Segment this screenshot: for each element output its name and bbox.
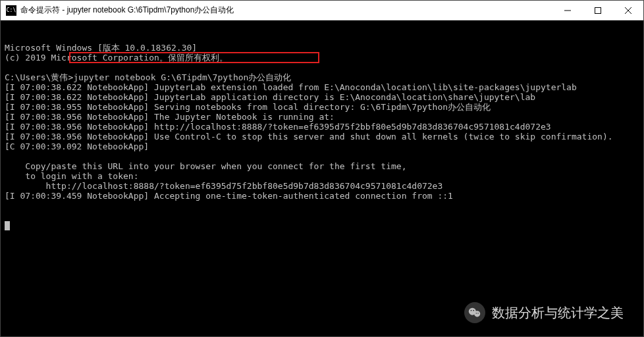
window-controls <box>552 1 643 20</box>
terminal-line: [I 07:00:38.956 NotebookApp] http://loca… <box>5 122 639 132</box>
terminal-line: C:\Users\黄伟>jupyter notebook G:\6Tipdm\7… <box>5 72 639 82</box>
cursor-line <box>5 220 639 230</box>
terminal-line: [I 07:00:39.459 NotebookApp] Accepting o… <box>5 191 639 201</box>
maximize-icon <box>595 7 601 14</box>
window-title: 命令提示符 - jupyter notebook G:\6Tipdm\7pyth… <box>20 5 552 16</box>
maximize-button[interactable] <box>583 1 613 20</box>
minimize-icon <box>564 7 571 14</box>
terminal-line <box>5 151 639 161</box>
app-icon-text: C:\ <box>7 7 16 13</box>
minimize-button[interactable] <box>552 1 583 20</box>
watermark: 数据分析与统计学之美 <box>464 302 624 323</box>
app-icon: C:\ <box>6 5 16 16</box>
svg-point-7 <box>473 310 474 311</box>
cursor <box>5 221 10 230</box>
titlebar[interactable]: C:\ 命令提示符 - jupyter notebook G:\6Tipdm\7… <box>1 1 643 20</box>
terminal-line: [I 07:00:38.955 NotebookApp] Serving not… <box>5 102 639 112</box>
terminal-line: [I 07:00:38.956 NotebookApp] Use Control… <box>5 132 639 142</box>
svg-rect-1 <box>595 7 601 13</box>
svg-point-9 <box>477 313 478 313</box>
terminal-line <box>5 63 639 72</box>
watermark-text: 数据分析与统计学之美 <box>492 308 624 318</box>
terminal-line: Copy/paste this URL into your browser wh… <box>5 161 639 171</box>
svg-point-5 <box>474 311 480 317</box>
svg-point-8 <box>476 313 477 313</box>
terminal-line: Microsoft Windows [版本 10.0.18362.30] <box>5 43 639 53</box>
terminal-line: to login with a token: <box>5 171 639 181</box>
terminal-line: [I 07:00:38.956 NotebookApp] The Jupyter… <box>5 112 639 122</box>
close-icon <box>625 7 631 14</box>
svg-point-6 <box>471 310 472 311</box>
terminal-area[interactable]: Microsoft Windows [版本 10.0.18362.30](c) … <box>1 20 643 336</box>
terminal-line: [I 07:00:38.622 NotebookApp] JupyterLab … <box>5 92 639 102</box>
command-prompt-window: C:\ 命令提示符 - jupyter notebook G:\6Tipdm\7… <box>0 0 644 337</box>
terminal-output: Microsoft Windows [版本 10.0.18362.30](c) … <box>5 43 639 201</box>
terminal-line: (c) 2019 Microsoft Corporation。保留所有权利。 <box>5 53 639 63</box>
close-button[interactable] <box>613 1 643 20</box>
wechat-icon <box>464 302 485 323</box>
terminal-line: http://localhost:8888/?token=ef6395d75f2… <box>5 181 639 191</box>
terminal-line: [C 07:00:39.092 NotebookApp] <box>5 142 639 151</box>
terminal-line: [I 07:00:38.622 NotebookApp] JupyterLab … <box>5 82 639 92</box>
